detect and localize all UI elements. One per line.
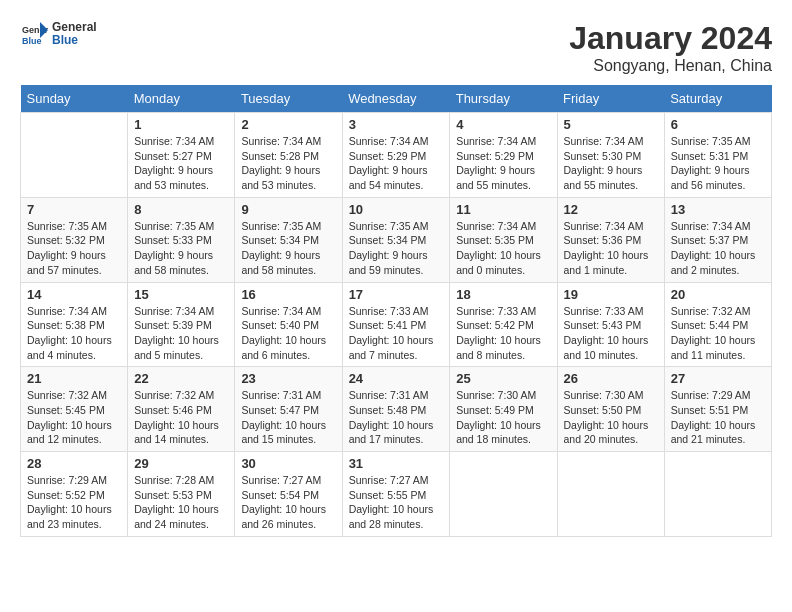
- day-number: 10: [349, 202, 444, 217]
- month-title: January 2024: [569, 20, 772, 57]
- calendar-day: 16Sunrise: 7:34 AM Sunset: 5:40 PM Dayli…: [235, 282, 342, 367]
- weekday-header: Thursday: [450, 85, 557, 113]
- day-number: 8: [134, 202, 228, 217]
- day-info: Sunrise: 7:31 AM Sunset: 5:47 PM Dayligh…: [241, 388, 335, 447]
- calendar-day: 10Sunrise: 7:35 AM Sunset: 5:34 PM Dayli…: [342, 197, 450, 282]
- calendar-day: 26Sunrise: 7:30 AM Sunset: 5:50 PM Dayli…: [557, 367, 664, 452]
- day-number: 2: [241, 117, 335, 132]
- calendar-day: 28Sunrise: 7:29 AM Sunset: 5:52 PM Dayli…: [21, 452, 128, 537]
- calendar-day: 2Sunrise: 7:34 AM Sunset: 5:28 PM Daylig…: [235, 113, 342, 198]
- day-number: 13: [671, 202, 765, 217]
- day-number: 12: [564, 202, 658, 217]
- day-info: Sunrise: 7:34 AM Sunset: 5:30 PM Dayligh…: [564, 134, 658, 193]
- day-info: Sunrise: 7:35 AM Sunset: 5:31 PM Dayligh…: [671, 134, 765, 193]
- day-number: 26: [564, 371, 658, 386]
- day-info: Sunrise: 7:32 AM Sunset: 5:45 PM Dayligh…: [27, 388, 121, 447]
- weekday-header: Wednesday: [342, 85, 450, 113]
- calendar-day: 5Sunrise: 7:34 AM Sunset: 5:30 PM Daylig…: [557, 113, 664, 198]
- empty-day: [664, 452, 771, 537]
- day-number: 20: [671, 287, 765, 302]
- day-info: Sunrise: 7:34 AM Sunset: 5:38 PM Dayligh…: [27, 304, 121, 363]
- logo-blue: Blue: [52, 33, 78, 47]
- day-number: 25: [456, 371, 550, 386]
- calendar-day: 12Sunrise: 7:34 AM Sunset: 5:36 PM Dayli…: [557, 197, 664, 282]
- day-info: Sunrise: 7:35 AM Sunset: 5:32 PM Dayligh…: [27, 219, 121, 278]
- day-number: 17: [349, 287, 444, 302]
- day-number: 18: [456, 287, 550, 302]
- day-info: Sunrise: 7:33 AM Sunset: 5:42 PM Dayligh…: [456, 304, 550, 363]
- calendar-day: 25Sunrise: 7:30 AM Sunset: 5:49 PM Dayli…: [450, 367, 557, 452]
- calendar-day: 9Sunrise: 7:35 AM Sunset: 5:34 PM Daylig…: [235, 197, 342, 282]
- calendar-day: 7Sunrise: 7:35 AM Sunset: 5:32 PM Daylig…: [21, 197, 128, 282]
- day-number: 31: [349, 456, 444, 471]
- calendar-day: 29Sunrise: 7:28 AM Sunset: 5:53 PM Dayli…: [128, 452, 235, 537]
- day-info: Sunrise: 7:32 AM Sunset: 5:46 PM Dayligh…: [134, 388, 228, 447]
- day-info: Sunrise: 7:30 AM Sunset: 5:49 PM Dayligh…: [456, 388, 550, 447]
- calendar-day: 22Sunrise: 7:32 AM Sunset: 5:46 PM Dayli…: [128, 367, 235, 452]
- day-info: Sunrise: 7:35 AM Sunset: 5:34 PM Dayligh…: [349, 219, 444, 278]
- day-info: Sunrise: 7:29 AM Sunset: 5:51 PM Dayligh…: [671, 388, 765, 447]
- calendar-day: 27Sunrise: 7:29 AM Sunset: 5:51 PM Dayli…: [664, 367, 771, 452]
- day-info: Sunrise: 7:34 AM Sunset: 5:29 PM Dayligh…: [456, 134, 550, 193]
- day-number: 6: [671, 117, 765, 132]
- svg-text:Blue: Blue: [22, 36, 42, 46]
- calendar-day: 24Sunrise: 7:31 AM Sunset: 5:48 PM Dayli…: [342, 367, 450, 452]
- calendar-day: 14Sunrise: 7:34 AM Sunset: 5:38 PM Dayli…: [21, 282, 128, 367]
- day-info: Sunrise: 7:34 AM Sunset: 5:28 PM Dayligh…: [241, 134, 335, 193]
- day-info: Sunrise: 7:27 AM Sunset: 5:54 PM Dayligh…: [241, 473, 335, 532]
- location: Songyang, Henan, China: [569, 57, 772, 75]
- day-number: 19: [564, 287, 658, 302]
- day-number: 11: [456, 202, 550, 217]
- day-info: Sunrise: 7:35 AM Sunset: 5:34 PM Dayligh…: [241, 219, 335, 278]
- empty-day: [557, 452, 664, 537]
- day-number: 24: [349, 371, 444, 386]
- day-info: Sunrise: 7:33 AM Sunset: 5:41 PM Dayligh…: [349, 304, 444, 363]
- weekday-header: Sunday: [21, 85, 128, 113]
- day-info: Sunrise: 7:34 AM Sunset: 5:39 PM Dayligh…: [134, 304, 228, 363]
- calendar-day: 21Sunrise: 7:32 AM Sunset: 5:45 PM Dayli…: [21, 367, 128, 452]
- calendar-day: 31Sunrise: 7:27 AM Sunset: 5:55 PM Dayli…: [342, 452, 450, 537]
- day-info: Sunrise: 7:30 AM Sunset: 5:50 PM Dayligh…: [564, 388, 658, 447]
- title-area: January 2024 Songyang, Henan, China: [569, 20, 772, 75]
- day-number: 1: [134, 117, 228, 132]
- day-info: Sunrise: 7:34 AM Sunset: 5:27 PM Dayligh…: [134, 134, 228, 193]
- day-number: 14: [27, 287, 121, 302]
- day-number: 7: [27, 202, 121, 217]
- weekday-header: Friday: [557, 85, 664, 113]
- day-number: 15: [134, 287, 228, 302]
- calendar-day: 4Sunrise: 7:34 AM Sunset: 5:29 PM Daylig…: [450, 113, 557, 198]
- calendar-day: 19Sunrise: 7:33 AM Sunset: 5:43 PM Dayli…: [557, 282, 664, 367]
- calendar-day: 11Sunrise: 7:34 AM Sunset: 5:35 PM Dayli…: [450, 197, 557, 282]
- logo-general: General: [52, 20, 97, 34]
- logo: General Blue General Blue: [20, 20, 97, 48]
- weekday-header: Saturday: [664, 85, 771, 113]
- calendar-day: 20Sunrise: 7:32 AM Sunset: 5:44 PM Dayli…: [664, 282, 771, 367]
- logo-icon: General Blue: [20, 20, 48, 48]
- calendar-day: 18Sunrise: 7:33 AM Sunset: 5:42 PM Dayli…: [450, 282, 557, 367]
- day-info: Sunrise: 7:33 AM Sunset: 5:43 PM Dayligh…: [564, 304, 658, 363]
- day-number: 5: [564, 117, 658, 132]
- day-info: Sunrise: 7:34 AM Sunset: 5:40 PM Dayligh…: [241, 304, 335, 363]
- calendar-day: 8Sunrise: 7:35 AM Sunset: 5:33 PM Daylig…: [128, 197, 235, 282]
- day-info: Sunrise: 7:35 AM Sunset: 5:33 PM Dayligh…: [134, 219, 228, 278]
- page-header: General Blue General Blue January 2024 S…: [20, 20, 772, 75]
- day-info: Sunrise: 7:28 AM Sunset: 5:53 PM Dayligh…: [134, 473, 228, 532]
- day-number: 29: [134, 456, 228, 471]
- calendar-table: SundayMondayTuesdayWednesdayThursdayFrid…: [20, 85, 772, 537]
- day-number: 16: [241, 287, 335, 302]
- day-number: 3: [349, 117, 444, 132]
- day-info: Sunrise: 7:32 AM Sunset: 5:44 PM Dayligh…: [671, 304, 765, 363]
- calendar-day: 6Sunrise: 7:35 AM Sunset: 5:31 PM Daylig…: [664, 113, 771, 198]
- day-number: 9: [241, 202, 335, 217]
- weekday-header: Monday: [128, 85, 235, 113]
- day-info: Sunrise: 7:34 AM Sunset: 5:29 PM Dayligh…: [349, 134, 444, 193]
- empty-day: [450, 452, 557, 537]
- day-number: 27: [671, 371, 765, 386]
- day-number: 23: [241, 371, 335, 386]
- day-number: 30: [241, 456, 335, 471]
- day-info: Sunrise: 7:29 AM Sunset: 5:52 PM Dayligh…: [27, 473, 121, 532]
- calendar-day: 1Sunrise: 7:34 AM Sunset: 5:27 PM Daylig…: [128, 113, 235, 198]
- day-info: Sunrise: 7:34 AM Sunset: 5:35 PM Dayligh…: [456, 219, 550, 278]
- day-info: Sunrise: 7:31 AM Sunset: 5:48 PM Dayligh…: [349, 388, 444, 447]
- empty-day: [21, 113, 128, 198]
